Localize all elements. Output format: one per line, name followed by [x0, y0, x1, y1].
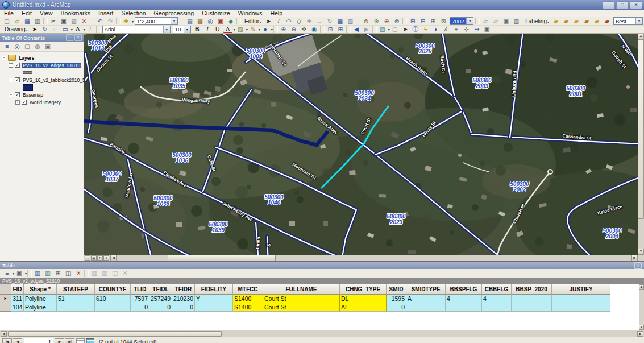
cell-cbbflg[interactable] [482, 303, 512, 312]
grid-tool-1-icon[interactable]: ⊞ [408, 17, 418, 26]
cell-statefp[interactable]: 51 [57, 295, 95, 303]
grid-tool-3-icon[interactable]: ⊞ [428, 17, 438, 26]
grid-vertical-scrollbar[interactable]: ▲ ▼ [639, 284, 644, 330]
collapse-icon[interactable]: − [9, 63, 13, 68]
print-icon[interactable]: ▥ [32, 17, 43, 26]
pause-drawing-icon[interactable]: ‖ [103, 255, 109, 261]
column-header-justify[interactable]: JUSTIFY [552, 284, 610, 295]
map-scale-combo[interactable]: 1:2,400▾ [135, 17, 178, 25]
label-tool-3-icon[interactable]: ▰ [571, 17, 581, 26]
text-tool-icon[interactable]: A [73, 26, 83, 34]
menu-geoprocessing[interactable]: Geoprocessing [150, 10, 198, 17]
cell-smidtype[interactable]: A [406, 295, 446, 303]
label-tool-5-icon[interactable]: ▰ [592, 17, 602, 26]
toc-pin-icon[interactable]: ▫ [66, 34, 73, 41]
vscroll-thumb[interactable] [638, 40, 644, 219]
highlight-color-icon[interactable]: ▨ [235, 26, 246, 34]
hscroll-thumb[interactable] [168, 255, 276, 261]
cell-smidtype[interactable] [406, 303, 446, 312]
cell-fid[interactable]: 104 [11, 303, 24, 312]
cell-shape-[interactable]: Polyline [24, 303, 57, 312]
list-by-source-icon[interactable]: ◎ [12, 42, 22, 51]
column-header-fullname[interactable]: FULLNAME [263, 284, 340, 295]
fixed-zoom-in-icon[interactable]: ⊡ [325, 26, 335, 34]
column-header-tfidr[interactable]: TFIDR [172, 284, 195, 295]
edit-tool-icon[interactable]: ➤ [263, 17, 273, 26]
back-extent-icon[interactable]: ◀ [351, 26, 362, 34]
grid-scroll-down-icon[interactable]: ▼ [639, 325, 644, 330]
next-record-button[interactable]: ▶ [55, 338, 64, 343]
cell-statefp[interactable] [57, 303, 95, 312]
bold-icon[interactable]: B [192, 26, 202, 34]
cell-bbspflg[interactable] [446, 303, 482, 312]
grid-tool-4-icon[interactable]: ⊠ [438, 17, 448, 26]
pan-icon[interactable]: ✜ [299, 26, 309, 34]
maximize-button[interactable]: □ [616, 1, 629, 9]
table-hscroll-thumb[interactable] [8, 331, 222, 337]
attributes-window-icon[interactable]: ▦ [335, 17, 345, 26]
cell-smid[interactable]: 0 [387, 303, 406, 312]
layer-checkbox[interactable]: ✓ [22, 100, 27, 105]
cell-countyf[interactable] [95, 303, 131, 312]
show-all-records-button[interactable] [76, 338, 85, 343]
find-icon[interactable]: ⌖ [451, 26, 462, 34]
copy-icon[interactable]: ▣ [59, 17, 69, 26]
menu-windows[interactable]: Windows [234, 10, 267, 17]
underline-icon[interactable]: U [213, 26, 223, 34]
modelbuilder-icon[interactable]: ◆ [226, 17, 236, 26]
refresh-view-icon[interactable]: ↻ [97, 255, 103, 261]
column-header-fid[interactable]: FID [11, 284, 24, 295]
page-tool-3-icon[interactable]: ▣ [501, 17, 511, 26]
layer-item[interactable]: Basemap [22, 92, 44, 98]
table-horizontal-scrollbar[interactable]: ◀ ▶ [0, 330, 644, 337]
select-graphics-icon[interactable]: ➤ [400, 26, 410, 34]
clear-table-selection-icon[interactable]: ⊞ [53, 269, 63, 278]
layer-checkbox[interactable]: ✓ [15, 63, 20, 68]
cell-fidelity[interactable] [195, 303, 233, 312]
column-header-countyf[interactable]: COUNTYF [95, 284, 131, 295]
sketch-properties-icon[interactable]: ▨ [345, 17, 355, 26]
line-color-icon[interactable]: ✎ [248, 26, 258, 34]
column-header-tfidl[interactable]: TFIDL [149, 284, 172, 295]
scroll-left-icon[interactable]: ◀ [110, 255, 117, 261]
block-code-combo[interactable]: 7002▾ [450, 17, 473, 25]
select-by-attributes-icon[interactable]: ▥ [32, 269, 43, 278]
label-tool-2-icon[interactable]: ▰ [561, 17, 571, 26]
column-header-smid[interactable]: SMID [387, 284, 406, 295]
zoom-out-icon[interactable]: ⊖ [289, 26, 299, 34]
cell-fidelity[interactable]: Y [195, 295, 233, 303]
last-record-button[interactable]: ▶| [65, 338, 74, 343]
show-selected-records-button[interactable] [86, 338, 94, 343]
zoom-in-icon[interactable]: ⊕ [279, 26, 289, 34]
column-header-bbsp-2020[interactable]: BBSP_2020 [512, 284, 552, 295]
page-tool-4-icon[interactable]: ▨ [511, 17, 521, 26]
column-header-smidtype[interactable]: SMIDTYPE [406, 284, 446, 295]
zoom-to-selected-icon[interactable]: ◫ [63, 269, 73, 278]
table-scroll-right-icon[interactable]: ▶ [637, 331, 643, 337]
table-options-icon[interactable]: ≡ [2, 269, 12, 278]
clear-selected-features-icon[interactable]: ▢ [390, 26, 400, 34]
line-symbol-swatch[interactable] [23, 71, 32, 74]
column-header-tlid[interactable]: TLID [131, 284, 149, 295]
sketch-line-icon[interactable]: / [273, 17, 284, 26]
layer-item[interactable]: PVS_15_v2_edges_51610 [22, 63, 81, 68]
undo-icon[interactable]: ↶ [95, 17, 105, 26]
marker-color-icon[interactable]: ● [260, 26, 271, 34]
cut-icon[interactable]: ✂ [48, 17, 59, 26]
menu-customize[interactable]: Customize [198, 10, 234, 17]
grid-scroll-up-icon[interactable]: ▲ [639, 284, 644, 290]
scroll-down-icon[interactable]: ▼ [638, 249, 644, 255]
layout-view-icon[interactable]: ▣ [91, 255, 97, 261]
collapse-icon[interactable]: − [9, 78, 13, 82]
hyperlink-icon[interactable]: ϟ [421, 26, 431, 34]
column-header-cbbflg[interactable]: CBBFLG [482, 284, 512, 295]
cell-fullname[interactable]: Court St [263, 303, 340, 312]
menu-view[interactable]: View [36, 10, 57, 17]
select-elements-icon[interactable]: ➤ [30, 26, 40, 34]
toc-close-icon[interactable]: ✕ [74, 34, 82, 41]
table-scroll-left-icon[interactable]: ◀ [1, 331, 7, 337]
layer-checkbox[interactable]: ✓ [15, 92, 20, 97]
add-data-icon[interactable]: ✚ [121, 17, 131, 26]
column-header-mtfcc[interactable]: MTFCC [233, 284, 263, 295]
cell-bbsp-2020[interactable] [512, 303, 552, 312]
